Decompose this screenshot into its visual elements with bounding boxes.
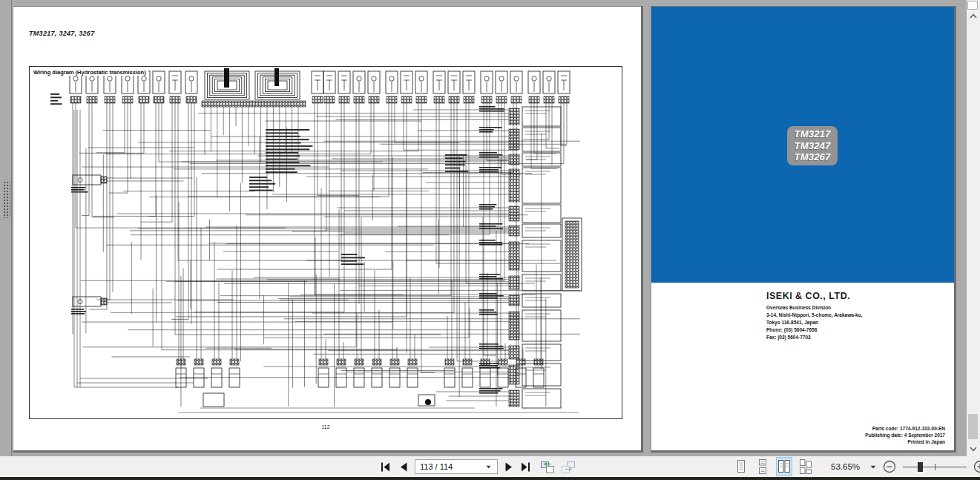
first-page-button[interactable] (380, 462, 390, 472)
last-page-icon (521, 462, 531, 472)
scroll-down-icon[interactable] (970, 447, 977, 452)
first-page-icon (380, 462, 390, 472)
continuous-facing-view-icon (800, 459, 812, 474)
previous-view-icon (540, 461, 555, 473)
view-zoom-group: 53.65% (733, 456, 980, 477)
wiring-diagram-title: Wiring diagram (Hydrostatic transmission… (33, 69, 148, 76)
continuous-view-button[interactable] (754, 457, 771, 476)
previous-page-icon (399, 462, 407, 472)
wiring-diagram-graphic (30, 67, 622, 418)
model-name: TM3267 (795, 151, 831, 163)
zoom-slider-thumb[interactable] (918, 462, 923, 472)
next-page-button[interactable] (505, 462, 513, 472)
last-page-button[interactable] (521, 462, 531, 472)
zoom-slider-center-tick (935, 464, 935, 470)
imprint-block: Parts code: 1774-912-102-00-EN Publishin… (865, 425, 945, 445)
facing-view-icon (778, 459, 790, 474)
page-navigation-group (380, 456, 576, 477)
zoom-percent-label[interactable]: 53.65% (831, 462, 860, 471)
panel-splitter[interactable] (0, 0, 12, 456)
facing-view-button[interactable] (776, 457, 792, 476)
next-view-icon (561, 461, 576, 473)
zoom-dropdown-caret-icon[interactable] (870, 465, 876, 469)
page-heading: TM3217, 3247, 3267 (29, 30, 94, 37)
model-name: TM3217 (795, 128, 831, 140)
company-phone-line: Phone: (03) 5604-7658 (766, 326, 862, 334)
zoom-out-button[interactable] (883, 460, 896, 473)
scrollbar-thumb[interactable] (968, 414, 978, 439)
model-name: TM3247 (795, 140, 831, 152)
parts-code-line: Parts code: 1774-912-102-00-EN (865, 425, 945, 432)
page-number-box[interactable] (415, 459, 498, 474)
publishing-date-line: Publishing date: 4 September 2017 (865, 432, 945, 438)
continuous-view-icon (757, 459, 769, 474)
continuous-facing-view-button[interactable] (798, 457, 814, 476)
model-badge: TM3217 TM3247 TM3267 (787, 126, 838, 165)
page-left[interactable]: TM3217, 3247, 3267 Wiring diagram (Hydro… (13, 6, 643, 453)
company-logo-text: ISEKI & CO., LTD. (766, 291, 862, 301)
single-page-view-button[interactable] (733, 457, 749, 476)
single-page-view-icon (735, 459, 747, 474)
printed-in-line: Printed in Japan (865, 438, 945, 445)
zoom-in-icon (973, 460, 980, 473)
company-address-line: 3-14, Nishi-Nippori, 5-chome, Arakawa-ku… (766, 312, 862, 319)
company-address-line: Overseas Business Division (766, 304, 862, 312)
company-block: ISEKI & CO., LTD. Overseas Business Divi… (766, 291, 862, 341)
bottom-toolbar: 53.65% (0, 456, 980, 477)
company-fax-line: Fax: (03) 5604-7703 (766, 334, 862, 341)
scroll-up-icon[interactable] (970, 13, 977, 19)
zoom-slider[interactable] (903, 461, 967, 473)
wiring-diagram-frame: Wiring diagram (Hydrostatic transmission… (29, 66, 622, 419)
page-right[interactable]: TM3217 TM3247 TM3267 ISEKI & CO., LTD. O… (651, 6, 956, 453)
next-page-icon (505, 462, 513, 472)
printed-page-number: 112 (29, 424, 622, 430)
bottom-edge-strip (0, 477, 980, 480)
zoom-out-icon (883, 460, 896, 473)
scrollbar-top-button[interactable] (967, 1, 978, 10)
splitter-grip-icon[interactable] (3, 181, 10, 218)
previous-view-button[interactable] (540, 461, 555, 473)
next-view-button[interactable] (561, 461, 576, 473)
cover-blue-panel: TM3217 TM3247 TM3267 (651, 7, 954, 283)
company-address-line: Tokyo 116-8541, Japan (766, 319, 862, 326)
page-number-input[interactable] (415, 461, 482, 473)
previous-page-button[interactable] (399, 462, 407, 472)
page-dropdown-caret-icon[interactable] (482, 465, 494, 469)
zoom-in-button[interactable] (973, 460, 980, 473)
vertical-scrollbar[interactable] (967, 0, 980, 456)
